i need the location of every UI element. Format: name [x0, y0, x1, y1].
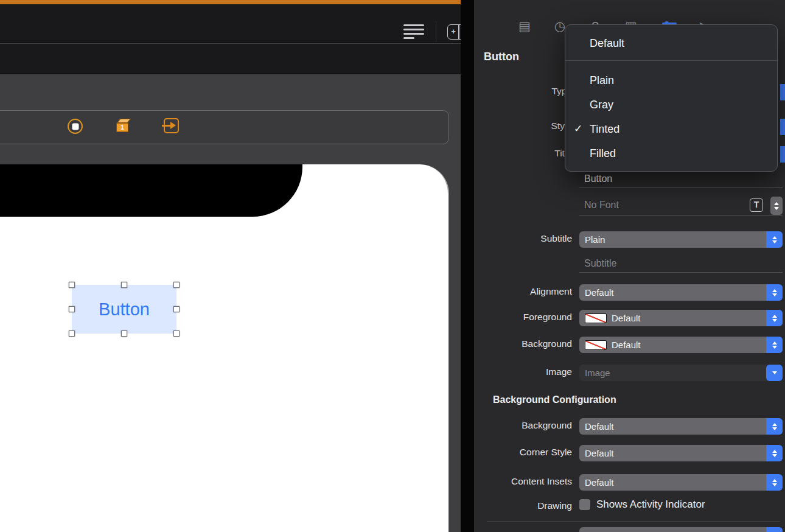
add-editor-split-line [458, 25, 459, 39]
image-combo-field[interactable]: Image [579, 365, 783, 381]
corner-style-label: Corner Style [480, 447, 572, 458]
bg-config-background-label: Background [480, 420, 572, 431]
menu-separator [565, 60, 777, 61]
subtitle-label: Subtitle [480, 233, 572, 244]
resize-handle-top-left[interactable] [69, 282, 75, 288]
menu-item-tinted[interactable]: ✓ Tinted [565, 117, 777, 141]
image-label: Image [480, 366, 572, 377]
title-label: Title [480, 148, 572, 159]
type-popup-edge[interactable] [780, 84, 785, 100]
foreground-popup[interactable]: Default [579, 310, 783, 326]
file-inspector-icon[interactable]: ▤ [517, 19, 532, 33]
section-divider [487, 521, 780, 522]
popup-chevrons-icon [766, 231, 783, 248]
corner-style-popup[interactable]: Default [579, 445, 783, 461]
menu-item-gray[interactable]: Gray [565, 93, 777, 117]
background-configuration-section-header: Background Configuration [493, 394, 616, 405]
subtitle-style-popup[interactable]: Plain [579, 231, 783, 248]
xcode-window: + ‹ ! › 1 Bu [0, 0, 785, 532]
menu-item-filled[interactable]: Filled [565, 141, 777, 166]
menu-item-plain[interactable]: Plain [565, 68, 777, 93]
exit-arrow-bar [162, 125, 170, 127]
ib-canvas[interactable]: 1 Button [0, 75, 461, 532]
device-top-black-region [0, 164, 302, 217]
top-accent-stripe [0, 0, 461, 4]
view-controller-icon-inner [72, 123, 78, 130]
subtitle-text-field[interactable] [579, 254, 783, 273]
interface-builder-editor: + ‹ ! › 1 Bu [0, 0, 461, 532]
editor-inspector-divider[interactable] [461, 0, 474, 532]
image-placeholder: Image [585, 368, 610, 378]
popup-chevrons-icon [766, 418, 783, 435]
content-insets-label: Content Insets [480, 476, 572, 487]
style-popup-menu: Default Plain Gray ✓ Tinted Filled [565, 24, 778, 172]
selected-button[interactable]: Button [72, 285, 176, 334]
editor-options-icon[interactable] [403, 24, 424, 40]
subtitle-style-value: Plain [585, 234, 605, 245]
popup-chevrons-icon [766, 310, 783, 326]
title-text-field[interactable] [579, 170, 783, 188]
no-color-swatch-icon [585, 313, 607, 323]
next-control-partial[interactable] [579, 527, 783, 532]
toolbar-divider [436, 21, 436, 42]
title-popup-edge[interactable] [780, 146, 785, 163]
resize-handle-top-center[interactable] [121, 282, 127, 288]
dropdown-chevron-icon [766, 365, 783, 381]
exit-segue-icon[interactable] [164, 118, 179, 133]
device-screen[interactable] [0, 164, 449, 532]
resize-handle-mid-left[interactable] [69, 306, 75, 312]
drawing-label: Drawing [480, 500, 572, 511]
content-insets-popup[interactable]: Default [579, 474, 783, 491]
resize-handle-bottom-right[interactable] [173, 331, 180, 337]
cube-top-face [117, 119, 130, 123]
background-label: Background [480, 338, 572, 349]
no-color-swatch-icon [585, 340, 607, 350]
popup-chevrons-icon [766, 337, 783, 353]
popup-chevrons-icon [766, 284, 783, 301]
resize-handle-bottom-left[interactable] [69, 331, 75, 337]
exit-arrow-head [170, 122, 176, 129]
font-field-row: T [579, 196, 783, 216]
plus-glyph: + [450, 27, 457, 37]
bg-config-background-popup[interactable]: Default [579, 418, 783, 435]
shows-activity-indicator-text: Shows Activity Indicator [596, 499, 705, 511]
type-label: Type [480, 86, 572, 97]
cube-front-face: 1 [116, 123, 128, 132]
content-insets-value: Default [585, 477, 614, 488]
resize-handle-bottom-center[interactable] [121, 331, 127, 337]
editor-toolbar: + [0, 4, 461, 43]
alignment-popup[interactable]: Default [579, 284, 783, 301]
font-picker-icon[interactable]: T [750, 198, 763, 212]
popup-chevrons-icon [766, 445, 783, 461]
foreground-label: Foreground [480, 312, 572, 323]
canvas-button-label[interactable]: Button [72, 285, 176, 334]
background-value: Default [612, 340, 641, 350]
resize-handle-top-right[interactable] [173, 282, 180, 288]
menu-item-default[interactable]: Default [565, 31, 777, 55]
jump-bar: ‹ ! › [0, 44, 461, 74]
foreground-value: Default [612, 313, 641, 323]
resize-handle-mid-right[interactable] [173, 306, 180, 312]
checkmark-icon: ✓ [574, 117, 582, 141]
first-responder-icon[interactable]: 1 [116, 117, 131, 135]
corner-style-value: Default [585, 448, 614, 458]
font-field[interactable] [579, 196, 725, 214]
popup-chevrons-icon [766, 474, 783, 491]
background-popup[interactable]: Default [579, 337, 783, 353]
style-label: Style [480, 121, 572, 131]
font-size-stepper[interactable] [770, 197, 783, 215]
inspector-title: Button [484, 51, 519, 63]
style-popup-edge[interactable] [780, 119, 785, 135]
shows-activity-indicator-checkbox[interactable] [579, 499, 590, 510]
alignment-label: Alignment [480, 286, 572, 297]
alignment-value: Default [585, 287, 614, 298]
bg-config-background-value: Default [585, 421, 614, 432]
view-controller-icon[interactable] [68, 119, 83, 134]
attributes-inspector-panel: ▤ ◷ ? ▦ ➤ ▭ Button Type Style Title T Su… [474, 0, 785, 532]
